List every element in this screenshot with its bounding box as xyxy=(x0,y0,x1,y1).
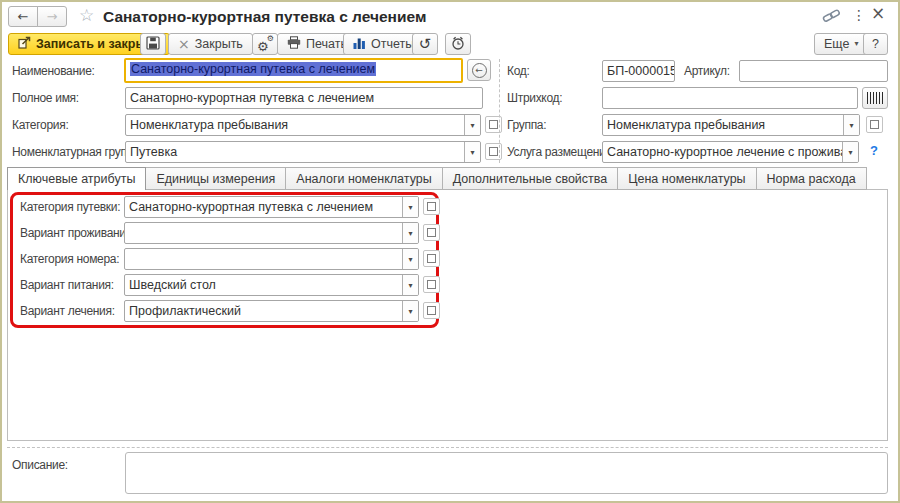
accommodation-variant-combo[interactable]: ▾ xyxy=(124,222,419,244)
tab-additional-properties[interactable]: Дополнительные свойства xyxy=(442,167,619,190)
room-category-dropdown-icon[interactable]: ▾ xyxy=(402,249,418,269)
back-button[interactable]: ← xyxy=(8,6,38,27)
name-input[interactable]: Санаторно-курортная путевка с лечением xyxy=(124,58,463,83)
chevron-down-icon: ▾ xyxy=(854,40,858,48)
history-button[interactable]: ↺ xyxy=(412,33,438,55)
accommodation-variant-dropdown-icon[interactable]: ▾ xyxy=(402,223,418,243)
accommodation-variant-open-icon[interactable] xyxy=(423,224,440,241)
treatment-variant-dropdown-icon[interactable]: ▾ xyxy=(402,301,418,321)
group-dropdown-icon[interactable]: ▾ xyxy=(843,115,859,135)
category-combo[interactable]: Номенклатура пребывания ▾ xyxy=(125,114,481,136)
printer-icon xyxy=(287,36,301,52)
save-button[interactable] xyxy=(140,33,166,55)
history-icon: ↺ xyxy=(419,37,432,52)
treatment-variant-combo[interactable]: Профилактический ▾ xyxy=(124,300,419,322)
help-button[interactable]: ? xyxy=(863,33,888,55)
nomenclature-group-combo[interactable]: Путевка ▾ xyxy=(125,141,481,163)
group-open-icon[interactable] xyxy=(866,116,883,133)
article-label: Артикул: xyxy=(684,64,730,78)
description-textarea[interactable] xyxy=(130,456,883,493)
group-label: Группа: xyxy=(507,118,546,132)
favorite-star-icon[interactable]: ☆ xyxy=(79,7,94,24)
barcode-icon xyxy=(867,92,883,104)
group-combo[interactable]: Номенклатура пребывания ▾ xyxy=(602,114,860,136)
barcode-label: Штрихкод: xyxy=(507,91,562,105)
reminder-button[interactable] xyxy=(445,33,471,55)
tab-units[interactable]: Единицы измерения xyxy=(145,167,286,190)
treatment-variant-label: Вариант лечения: xyxy=(20,304,115,318)
link-icon[interactable] xyxy=(822,10,841,25)
code-label: Код: xyxy=(507,64,530,78)
restore-value-button[interactable]: ← xyxy=(467,59,491,81)
name-label: Наименование: xyxy=(12,64,95,78)
page-title: Санаторно-курортная путевка с лечением xyxy=(103,8,426,26)
voucher-category-combo[interactable]: Санаторно-курортная путевка с лечением ▾ xyxy=(124,196,419,218)
window-close-icon[interactable]: × xyxy=(871,5,885,22)
barcode-input[interactable] xyxy=(607,91,853,108)
tab-key-attributes[interactable]: Ключевые атрибуты xyxy=(7,167,146,190)
voucher-category-label: Категория путевки: xyxy=(20,200,120,214)
forward-arrow-icon: → xyxy=(47,10,58,23)
article-input-wrap xyxy=(739,60,888,82)
meal-variant-combo[interactable]: Шведский стол ▾ xyxy=(124,274,419,296)
room-category-combo[interactable]: ▾ xyxy=(124,248,419,270)
name-value-selected: Санаторно-курортная путевка с лечением xyxy=(130,62,376,76)
barcode-scan-button[interactable] xyxy=(862,87,888,109)
code-field[interactable]: БП-00000159 xyxy=(602,60,675,82)
bar-chart-icon xyxy=(353,37,366,52)
app-window: ← → ☆ Санаторно-курортная путевка с лече… xyxy=(0,0,900,503)
close-button[interactable]: × Закрыть xyxy=(168,33,253,55)
floppy-disk-icon xyxy=(146,36,160,53)
nomenclature-group-value: Путевка xyxy=(130,145,177,159)
placement-service-dropdown-icon[interactable]: ▾ xyxy=(842,142,858,162)
menu-dots-icon[interactable]: ⋮ xyxy=(852,8,866,22)
post-document-icon xyxy=(18,36,31,52)
close-x-icon: × xyxy=(178,37,190,51)
meal-variant-dropdown-icon[interactable]: ▾ xyxy=(402,275,418,295)
gears-icon: ⚙ ⚙ xyxy=(257,37,273,52)
full-name-label: Полное имя: xyxy=(12,91,79,105)
category-label: Категория: xyxy=(12,118,68,132)
treatment-variant-open-icon[interactable] xyxy=(423,302,440,319)
more-label: Еще xyxy=(824,37,849,51)
more-button[interactable]: Еще ▾ xyxy=(814,33,868,55)
restore-arrow-icon: ← xyxy=(472,63,487,78)
tab-consumption-rate[interactable]: Норма расхода xyxy=(756,167,867,190)
room-category-open-icon[interactable] xyxy=(423,250,440,267)
alarm-clock-icon xyxy=(451,36,465,53)
meal-variant-label: Вариант питания: xyxy=(20,278,114,292)
category-value: Номенклатура пребывания xyxy=(130,118,288,132)
room-category-label: Категория номера: xyxy=(20,252,119,266)
category-dropdown-icon[interactable]: ▾ xyxy=(464,115,480,135)
accommodation-variant-label: Вариант проживания: xyxy=(20,226,135,240)
back-arrow-icon: ← xyxy=(18,10,29,23)
reports-label: Отчеты xyxy=(371,37,414,51)
nomenclature-group-label: Номенклатурная группа: xyxy=(12,145,142,159)
group-value: Номенклатура пребывания xyxy=(607,118,765,132)
tab-price[interactable]: Цена номенклатуры xyxy=(617,167,756,190)
tab-bar: Ключевые атрибуты Единицы измерения Анал… xyxy=(7,167,867,190)
nomenclature-group-dropdown-icon[interactable]: ▾ xyxy=(464,142,480,162)
close-label: Закрыть xyxy=(195,37,243,51)
nav-button-group: ← → xyxy=(8,6,67,27)
article-input[interactable] xyxy=(744,64,883,81)
description-input-wrap xyxy=(125,452,888,494)
voucher-category-open-icon[interactable] xyxy=(423,198,440,215)
full-name-value: Санаторно-курортная путевка с лечением xyxy=(130,91,374,105)
help-label: ? xyxy=(872,37,879,51)
barcode-input-wrap xyxy=(602,87,858,109)
placement-service-combo[interactable]: Санаторно-курортное лечение с проживание… xyxy=(602,141,859,163)
description-label: Описание: xyxy=(12,458,68,472)
tab-analogs[interactable]: Аналоги номенклатуры xyxy=(285,167,442,190)
placement-service-value: Санаторно-курортное лечение с проживание… xyxy=(607,145,859,159)
column-separator xyxy=(499,59,500,163)
full-name-input[interactable]: Санаторно-курортная путевка с лечением xyxy=(125,87,483,109)
code-value: БП-00000159 xyxy=(607,64,675,78)
placement-service-label: Услуга размещения: xyxy=(507,145,615,159)
voucher-category-dropdown-icon[interactable]: ▾ xyxy=(402,197,418,217)
placement-service-help-icon[interactable]: ? xyxy=(870,143,878,158)
forward-button[interactable]: → xyxy=(37,6,67,27)
meal-variant-open-icon[interactable] xyxy=(423,276,440,293)
print-label: Печать xyxy=(306,37,347,51)
gears-button[interactable]: ⚙ ⚙ xyxy=(252,33,278,55)
